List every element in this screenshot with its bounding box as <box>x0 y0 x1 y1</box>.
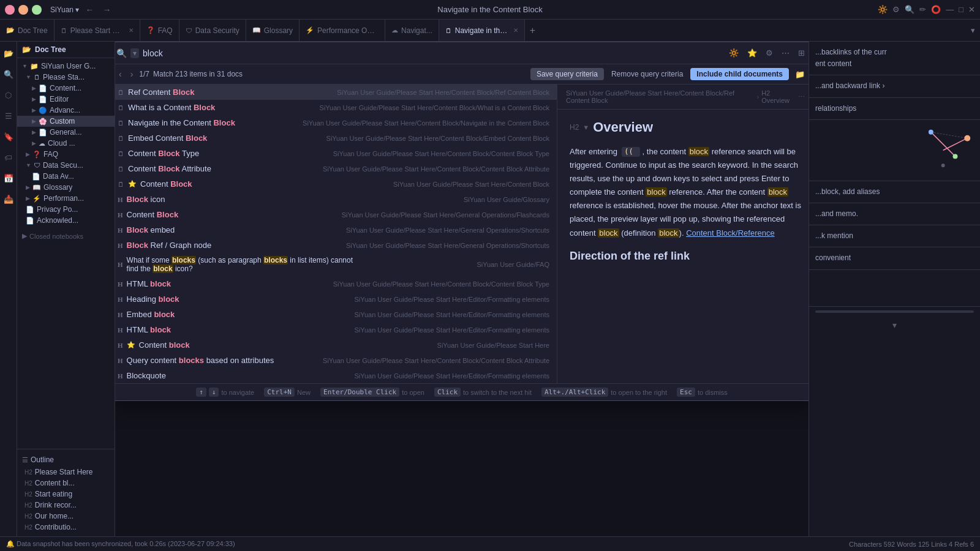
tree-item-editor[interactable]: ▶ 📄 Editor <box>17 94 115 105</box>
tab-navig[interactable]: ☁ Navigat... <box>385 20 439 42</box>
key-down: ↓ <box>209 388 219 397</box>
save-query-btn[interactable]: Save query criteria <box>530 68 604 80</box>
prev-result-btn[interactable]: ‹ <box>116 68 124 80</box>
result-item-15[interactable]: H HTML block SiYuan User Guide/Please St… <box>115 322 557 337</box>
tree-item-general[interactable]: ▶ 📄 General... <box>17 127 115 138</box>
minimize-btn[interactable] <box>18 5 28 15</box>
result-item-14[interactable]: H Embed block SiYuan User Guide/Please S… <box>115 307 557 322</box>
result-item-9[interactable]: H Block embed SiYuan User Guide/Please S… <box>115 222 557 238</box>
tree-item-glossary[interactable]: ▶ 📖 Glossary <box>17 182 115 193</box>
tree-item-advanced[interactable]: ▶ 🔵 Advanc... <box>17 105 115 116</box>
tab-overflow-btn[interactable]: ▾ <box>971 26 980 35</box>
tree-label-please: Please Sta... <box>43 73 85 81</box>
tree-item-content[interactable]: ▶ 📄 Content... <box>17 83 115 94</box>
result-item-2[interactable]: 🗒 Navigate in the Content Block SiYuan U… <box>115 115 557 130</box>
tab-please-start[interactable]: 🗒 Please Start Here ✕ <box>55 20 140 42</box>
result-item-16[interactable]: H ⭐ Content block SiYuan User Guide/Plea… <box>115 337 557 353</box>
search-options-btn[interactable]: 🔆 <box>726 47 741 59</box>
result-item-10[interactable]: H Block Ref / Graph node SiYuan User Gui… <box>115 238 557 253</box>
tab-add-btn[interactable]: + <box>525 25 540 36</box>
search-filter-btn[interactable]: ⚙ <box>763 47 775 59</box>
result-item-6[interactable]: 🗒 ⭐ Content Block SiYuan User Guide/Plea… <box>115 176 557 192</box>
tab-close-6[interactable]: ✕ <box>513 27 518 34</box>
panel-btn-outline[interactable]: ☰ <box>2 109 15 122</box>
key-open-right: Alt+./Alt+Click <box>541 388 608 397</box>
tab-glossary[interactable]: 📖 Glossary <box>246 20 300 42</box>
result-item-5[interactable]: 🗒 Content Block Attribute SiYuan User Gu… <box>115 161 557 176</box>
tree-item-faq[interactable]: ▶ ❓ FAQ <box>17 149 115 160</box>
tree-label-general: General... <box>50 128 82 137</box>
result-type-icon-16: H <box>118 342 123 349</box>
tab-perf[interactable]: ⚡ Performance Opti... <box>300 20 385 42</box>
outline-item-drink[interactable]: H2 Drink recor... <box>22 500 110 511</box>
result-item-17[interactable]: H Query content blocks based on attribut… <box>115 353 557 368</box>
panel-btn-daily[interactable]: 📅 <box>2 171 15 185</box>
hint-new-label: New <box>297 389 311 396</box>
result-title-0: Ref Content Block <box>128 88 194 97</box>
panel-btn-files[interactable]: 📂 <box>2 47 15 60</box>
folder-view-btn[interactable]: 📁 <box>793 69 807 80</box>
tab-close-0[interactable]: ✕ <box>129 27 134 34</box>
result-item-8[interactable]: H Content Block SiYuan User Guide/Please… <box>115 207 557 222</box>
search-layout-btn[interactable]: ⊞ <box>796 47 807 59</box>
result-item-0[interactable]: 🗒 Ref Content Block SiYuan User Guide/Pl… <box>115 84 557 100</box>
main-layout: 📂 🔍 ⬡ ☰ 🔖 🏷 📅 📥 📂 Doc Tree ▼ 📁 SiYuan Us… <box>0 42 980 536</box>
nav-back-btn[interactable]: ← <box>83 4 96 16</box>
close-btn[interactable] <box>5 5 15 15</box>
outline-level-1: H2 <box>24 480 32 487</box>
outline-level-5: H2 <box>24 524 32 531</box>
tree-icon-cloud: ☁ <box>39 140 45 148</box>
footer-hint-new: Ctrl+N New <box>264 388 311 397</box>
content-block-ref-link[interactable]: Content Block/Reference <box>686 228 775 238</box>
tab-faq[interactable]: ❓ FAQ <box>140 20 179 42</box>
breadcrumb-more-btn[interactable]: ⋯ <box>798 93 805 101</box>
tree-item-datasec[interactable]: ▼ 🛡 Data Secu... <box>17 160 115 171</box>
outline-item-contrib[interactable]: H2 Contributio... <box>22 522 110 533</box>
panel-btn-graph[interactable]: ⬡ <box>2 88 15 102</box>
result-item-11[interactable]: H What if some blocks (such as paragraph… <box>115 253 557 276</box>
search-more-btn[interactable]: ⋯ <box>779 47 792 59</box>
tree-item-cloud[interactable]: ▶ ☁ Cloud ... <box>17 138 115 149</box>
search-input[interactable] <box>143 48 723 58</box>
closed-notebooks-item[interactable]: ▶ Closed notebooks <box>17 228 115 244</box>
result-item-3[interactable]: 🗒 Embed Content Block SiYuan User Guide/… <box>115 130 557 146</box>
result-item-13[interactable]: H Heading block SiYuan User Guide/Please… <box>115 291 557 307</box>
result-path-18: SiYuan User Guide/Please Start Here/Edit… <box>176 372 549 380</box>
tree-item-root[interactable]: ▼ 📁 SiYuan User G... <box>17 61 115 72</box>
result-path-10: SiYuan User Guide/Please Start Here/Gene… <box>221 242 549 249</box>
panel-btn-tag[interactable]: 🏷 <box>2 151 15 164</box>
result-item-12[interactable]: H HTML block SiYuan User Guide/Please St… <box>115 276 557 291</box>
key-up: ↑ <box>196 388 206 397</box>
tab-navigate-content[interactable]: 🗒 Navigate in the Co... ✕ <box>439 20 525 42</box>
tab-data-security[interactable]: 🛡 Data Security <box>179 20 246 42</box>
tab-doc-tree[interactable]: 📂 Doc Tree <box>0 20 55 42</box>
tree-item-privacy[interactable]: 📄 Privacy Po... <box>17 204 115 215</box>
nav-fwd-btn[interactable]: → <box>100 4 113 16</box>
outline-item-our-home[interactable]: H2 Our home... <box>22 511 110 522</box>
tree-item-perf[interactable]: ▶ ⚡ Performan... <box>17 193 115 204</box>
outline-item-please[interactable]: H2 Please Start Here <box>22 467 110 478</box>
include-child-btn[interactable]: Include child documents <box>690 68 789 80</box>
preview-heading: H2 ▼ Overview <box>570 119 801 135</box>
result-item-4[interactable]: 🗒 Content Block Type SiYuan User Guide/P… <box>115 146 557 161</box>
tree-item-custom[interactable]: ▶ 🌸 Custom <box>17 116 115 127</box>
search-save-icon-btn[interactable]: ⭐ <box>745 47 760 59</box>
tree-item-dataav[interactable]: 📄 Data Av... <box>17 171 115 182</box>
result-item-18[interactable]: H Blockquote SiYuan User Guide/Please St… <box>115 368 557 383</box>
outline-item-content-bl[interactable]: H2 Content bl... <box>22 478 110 489</box>
tree-item-please[interactable]: ▼ 🗒 Please Sta... <box>17 72 115 83</box>
panel-btn-search[interactable]: 🔍 <box>2 67 15 81</box>
result-item-7[interactable]: H Block icon SiYuan User Guide/Glossary <box>115 192 557 207</box>
panel-btn-inbox[interactable]: 📥 <box>2 192 15 206</box>
next-result-btn[interactable]: › <box>128 68 136 80</box>
tree-icon-dataav: 📄 <box>32 173 40 181</box>
outline-item-start-eating[interactable]: H2 Start eating <box>22 489 110 500</box>
result-item-1[interactable]: 🗒 What is a Content Block SiYuan User Gu… <box>115 100 557 115</box>
remove-query-btn[interactable]: Remove query criteria <box>608 68 687 80</box>
key-dismiss: Esc <box>677 388 695 397</box>
tree-item-acknowledge[interactable]: 📄 Acknowled... <box>17 215 115 226</box>
outline-header: ☰ Outline <box>22 453 110 467</box>
search-type-btn[interactable]: ▾ <box>130 48 139 58</box>
panel-btn-bookmark[interactable]: 🔖 <box>2 130 15 143</box>
maximize-btn[interactable] <box>32 5 42 15</box>
